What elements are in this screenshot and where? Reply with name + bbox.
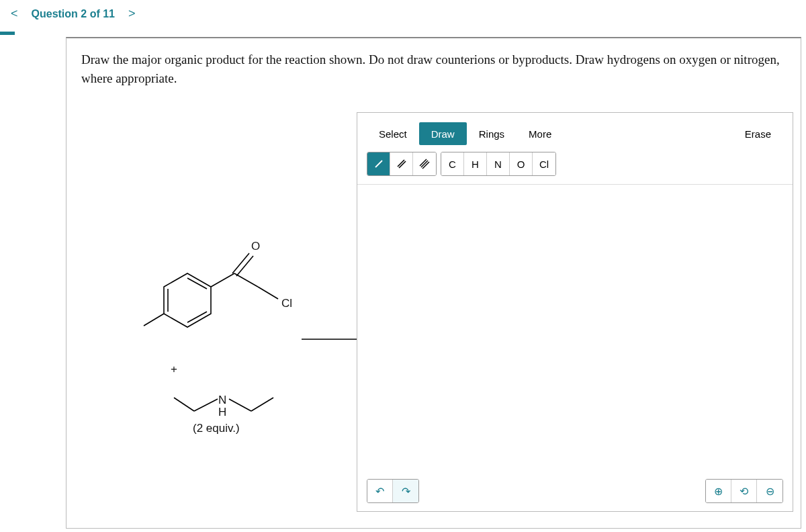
- drawing-canvas[interactable]: [357, 185, 793, 494]
- plus-sign: +: [171, 363, 177, 375]
- element-O-button[interactable]: O: [510, 152, 533, 175]
- double-bond-button[interactable]: [390, 152, 413, 175]
- svg-line-4: [144, 314, 164, 326]
- atom-label-O: O: [251, 240, 260, 253]
- redo-button[interactable]: ↷: [393, 480, 418, 502]
- mode-select-button[interactable]: Select: [367, 122, 419, 145]
- zoom-reset-icon: ⟲: [740, 485, 748, 498]
- triple-bond-icon: [419, 159, 430, 169]
- zoom-in-button[interactable]: ⊕: [706, 480, 731, 502]
- question-counter-label: Question 2 of 11: [32, 8, 115, 20]
- equiv-note: (2 equiv.): [193, 422, 240, 435]
- mode-draw-button[interactable]: Draw: [419, 122, 467, 145]
- element-C-button[interactable]: C: [441, 152, 464, 175]
- undo-icon: ↶: [375, 485, 384, 498]
- tool-toolbar: C H N O Cl: [357, 150, 793, 185]
- zoom-reset-button[interactable]: ⟲: [731, 480, 757, 502]
- reaction-scheme: O Cl + N H (2 equiv.): [100, 193, 382, 435]
- question-prompt: Draw the major organic product for the r…: [81, 50, 786, 87]
- single-bond-icon: [373, 159, 384, 169]
- zoom-in-icon: ⊕: [714, 485, 723, 498]
- svg-line-6: [234, 273, 258, 287]
- svg-line-12: [229, 399, 251, 411]
- structure-editor-panel: Select Draw Rings More Erase: [357, 112, 793, 512]
- svg-line-11: [194, 399, 218, 411]
- progress-indicator: [0, 32, 15, 35]
- triple-bond-button[interactable]: [413, 152, 436, 175]
- element-H-button[interactable]: H: [464, 152, 487, 175]
- mode-rings-button[interactable]: Rings: [467, 122, 517, 145]
- single-bond-button[interactable]: [367, 152, 390, 175]
- mode-erase-button[interactable]: Erase: [733, 122, 783, 145]
- mode-more-button[interactable]: More: [517, 122, 564, 145]
- next-question-button[interactable]: >: [124, 5, 140, 22]
- atom-label-Cl: Cl: [281, 297, 292, 310]
- question-card: Draw the major organic product for the r…: [66, 37, 801, 529]
- svg-line-5: [211, 273, 234, 287]
- prev-question-button[interactable]: <: [7, 5, 22, 22]
- atom-label-N: N: [218, 394, 226, 406]
- double-bond-icon: [396, 159, 407, 169]
- mode-toolbar: Select Draw Rings More Erase: [357, 113, 793, 150]
- zoom-group: ⊕ ⟲ ⊖: [705, 479, 783, 503]
- svg-line-13: [251, 398, 273, 411]
- svg-line-9: [258, 287, 278, 299]
- history-group: ↶ ↷: [367, 479, 419, 503]
- zoom-out-icon: ⊖: [766, 485, 774, 498]
- atom-label-H: H: [218, 406, 226, 418]
- element-Cl-button[interactable]: Cl: [533, 152, 555, 175]
- svg-marker-0: [164, 273, 211, 327]
- canvas-footer-toolbar: ↶ ↷ ⊕ ⟲ ⊖: [357, 471, 793, 511]
- zoom-out-button[interactable]: ⊖: [757, 480, 782, 502]
- undo-button[interactable]: ↶: [367, 480, 393, 502]
- redo-icon: ↷: [402, 485, 410, 498]
- element-tool-group: C H N O Cl: [441, 152, 556, 176]
- element-N-button[interactable]: N: [487, 152, 510, 175]
- bond-tool-group: [367, 152, 437, 176]
- svg-line-10: [174, 398, 194, 411]
- svg-line-15: [375, 161, 382, 167]
